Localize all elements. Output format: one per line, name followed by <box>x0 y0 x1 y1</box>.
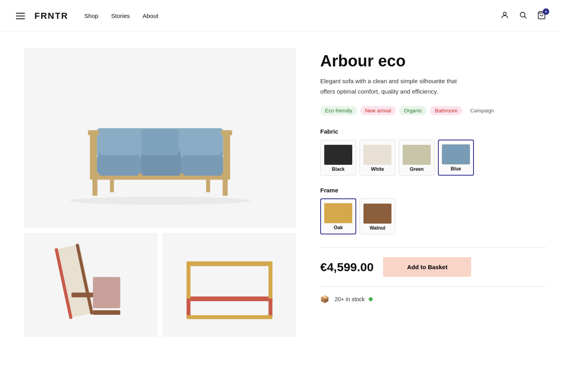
svg-rect-6 <box>223 178 228 196</box>
frame-oak-swatch <box>324 203 352 223</box>
fabric-label: Fabric <box>320 128 546 135</box>
divider-1 <box>320 247 546 248</box>
header-actions: 6 <box>500 11 546 21</box>
frame-walnut-label: Walnut <box>369 225 385 231</box>
cart-count: 6 <box>543 8 549 15</box>
divider-2 <box>320 286 546 287</box>
fabric-blue[interactable]: Blue <box>438 140 474 176</box>
svg-rect-5 <box>92 178 98 196</box>
svg-rect-19 <box>181 129 221 155</box>
gallery-thumb-2[interactable] <box>163 233 296 337</box>
tag-organic: Organic <box>399 106 427 115</box>
fabric-black[interactable]: Black <box>320 140 356 176</box>
frame-options: Oak Walnut <box>320 198 546 234</box>
cart-button[interactable]: 6 <box>537 11 546 21</box>
tag-bathroom: Bathroom <box>430 106 462 115</box>
fabric-black-label: Black <box>332 166 345 172</box>
product-title: Arbour eco <box>320 52 546 70</box>
add-to-basket-button[interactable]: Add to Basket <box>383 257 471 277</box>
svg-rect-11 <box>223 133 231 173</box>
nav-stories[interactable]: Stories <box>111 12 130 19</box>
frame-section: Frame Oak Walnut <box>320 187 546 234</box>
fabric-green-swatch <box>403 145 431 165</box>
svg-point-0 <box>503 12 506 15</box>
fabric-white[interactable]: White <box>359 140 395 176</box>
hamburger-menu[interactable] <box>16 13 34 19</box>
svg-point-4 <box>70 196 250 204</box>
svg-rect-20 <box>88 130 99 135</box>
main-nav: Shop Stories About <box>84 12 159 19</box>
svg-rect-30 <box>187 262 191 302</box>
product-description: Elegant sofa with a clean and simple sil… <box>320 76 472 96</box>
nav-about[interactable]: About <box>143 12 158 19</box>
svg-rect-21 <box>221 130 233 135</box>
fabric-white-swatch <box>363 145 391 165</box>
header: FRNTR Shop Stories About <box>0 0 562 32</box>
svg-rect-42 <box>187 298 191 318</box>
svg-rect-27 <box>93 310 120 315</box>
fabric-white-label: White <box>371 166 384 172</box>
in-stock-indicator <box>369 297 373 301</box>
tag-campaign: Campaign <box>466 106 499 115</box>
frame-oak-label: Oak <box>334 225 343 230</box>
product-tags: Eco friendly New arrival Organic Bathroo… <box>320 106 546 115</box>
search-button[interactable] <box>519 11 528 21</box>
fabric-options: Black White Green Blue <box>320 140 546 176</box>
box-icon: 📦 <box>320 295 329 304</box>
svg-rect-29 <box>187 296 273 301</box>
fabric-section: Fabric Black White Green Blue <box>320 128 546 176</box>
frame-walnut-swatch <box>363 204 391 224</box>
product-gallery <box>24 48 296 337</box>
fabric-green[interactable]: Green <box>399 140 435 176</box>
svg-rect-18 <box>142 129 179 155</box>
svg-point-1 <box>520 12 525 17</box>
svg-rect-17 <box>100 129 139 155</box>
gallery-main-image <box>24 48 296 228</box>
svg-rect-28 <box>187 262 273 266</box>
price-row: €4,599.00 Add to Basket <box>320 257 546 277</box>
frame-walnut[interactable]: Walnut <box>359 198 395 234</box>
svg-rect-10 <box>90 133 97 173</box>
svg-rect-44 <box>187 315 273 319</box>
svg-rect-43 <box>269 298 273 318</box>
gallery-thumbnails <box>24 233 296 337</box>
gallery-thumb-1[interactable] <box>24 233 158 337</box>
stock-text: 20+ in stock <box>335 296 365 302</box>
tag-eco-friendly: Eco friendly <box>320 106 357 115</box>
frame-label: Frame <box>320 187 546 194</box>
svg-rect-26 <box>93 277 120 308</box>
main-content: Arbour eco Elegant sofa with a clean and… <box>0 32 562 353</box>
logo: FRNTR <box>34 11 68 21</box>
fabric-blue-label: Blue <box>451 166 461 172</box>
stock-row: 📦 20+ in stock <box>320 295 546 304</box>
fabric-black-swatch <box>324 145 352 165</box>
product-price: €4,599.00 <box>320 260 373 274</box>
nav-shop[interactable]: Shop <box>84 12 98 19</box>
fabric-green-label: Green <box>410 166 424 172</box>
account-button[interactable] <box>500 11 509 21</box>
frame-oak[interactable]: Oak <box>320 198 356 234</box>
svg-rect-31 <box>269 262 273 302</box>
svg-line-2 <box>524 16 526 18</box>
main-sofa-image <box>35 57 285 219</box>
tag-new-arrival: New arrival <box>360 106 396 115</box>
product-info: Arbour eco Elegant sofa with a clean and… <box>320 48 546 337</box>
fabric-blue-swatch <box>442 144 470 164</box>
